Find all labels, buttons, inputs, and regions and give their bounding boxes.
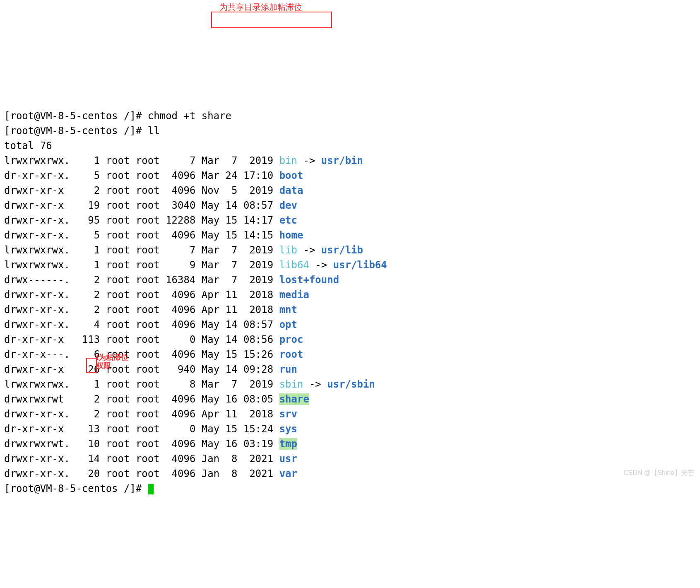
file-name: bin [279, 155, 297, 166]
ls-row: dr-xr-xr-x 113 root root 0 May 14 08:56 … [4, 332, 696, 347]
file-name: etc [279, 214, 297, 226]
symlink-target: usr/lib [321, 244, 363, 256]
file-name: lost+found [279, 274, 339, 286]
file-name: share [279, 393, 309, 405]
ls-row: drwx------. 2 root root 16384 Mar 7 2019… [4, 272, 696, 287]
command-chmod: chmod +t share [148, 110, 231, 122]
watermark: CSDN @【Shine】光芒 [623, 468, 694, 478]
ls-row: lrwxrwxrwx. 1 root root 9 Mar 7 2019 lib… [4, 258, 696, 272]
file-name: data [279, 185, 303, 196]
ls-row: drwxrwxrwt. 10 root root 4096 May 16 03:… [4, 436, 696, 451]
file-name: boot [279, 170, 303, 181]
symlink-target: usr/sbin [327, 378, 375, 390]
annotation-box-cmd [211, 12, 332, 28]
ls-row: drwxr-xr-x. 14 root root 4096 Jan 8 2021… [4, 451, 696, 466]
file-name: tmp [279, 438, 297, 450]
file-name: var [279, 468, 297, 480]
file-name: sbin [279, 378, 303, 390]
ls-row: drwxr-xr-x. 95 root root 12288 May 15 14… [4, 213, 696, 228]
ls-row: lrwxrwxrwx. 1 root root 7 Mar 7 2019 bin… [4, 153, 696, 168]
file-name: mnt [279, 304, 297, 316]
file-name: proc [279, 334, 303, 345]
file-name: lib64 [279, 259, 309, 271]
file-name: media [279, 289, 309, 301]
file-name: run [279, 364, 297, 375]
file-name: root [279, 349, 303, 360]
ls-row: drwxr-xr-x 19 root root 3040 May 14 08:5… [4, 198, 696, 213]
ls-row: drwxr-xr-x. 5 root root 4096 May 15 14:1… [4, 228, 696, 243]
ls-row: drwxr-xr-x. 20 root root 4096 Jan 8 2021… [4, 466, 696, 481]
file-name: home [279, 229, 303, 241]
annotation-top: 为共享目录添加粘滞位 [219, 1, 302, 13]
ls-row: drwxr-xr-x 2 root root 4096 Nov 5 2019 d… [4, 183, 696, 198]
file-name: srv [279, 408, 297, 420]
file-name: usr [279, 453, 297, 465]
ls-row: drwxr-xr-x. 2 root root 4096 Apr 11 2018… [4, 407, 696, 422]
symlink-target: usr/lib64 [333, 259, 387, 271]
file-name: opt [279, 319, 297, 330]
total-line: total 76 [4, 138, 696, 153]
cursor [148, 484, 154, 494]
ls-row: lrwxrwxrwx. 1 root root 8 Mar 7 2019 sbi… [4, 377, 696, 392]
symlink-target: usr/bin [321, 155, 363, 166]
prompt-line[interactable]: [root@VM-8-5-centos /]# [4, 481, 696, 496]
ls-row: dr-xr-xr-x 13 root root 0 May 15 15:24 s… [4, 422, 696, 436]
file-name: sys [279, 423, 297, 435]
file-name: dev [279, 200, 297, 211]
ls-row: lrwxrwxrwx. 1 root root 7 Mar 7 2019 lib… [4, 243, 696, 258]
annotation-sticky-bit: t为粘滞位权限 [96, 354, 129, 370]
terminal-output: [root@VM-8-5-centos /]# chmod +t share[r… [4, 108, 696, 496]
ls-row: drwxr-xr-x. 2 root root 4096 Apr 11 2018… [4, 287, 696, 302]
ls-row: drwxrwxrwt 2 root root 4096 May 16 08:05… [4, 392, 696, 407]
file-name: lib [279, 244, 297, 256]
prompt-line[interactable]: [root@VM-8-5-centos /]# chmod +t share [4, 108, 696, 123]
command-ll: ll [148, 125, 160, 137]
ls-row: drwxr-xr-x. 4 root root 4096 May 14 08:5… [4, 317, 696, 332]
ls-row: dr-xr-xr-x. 5 root root 4096 Mar 24 17:1… [4, 168, 696, 183]
ls-row: drwxr-xr-x. 2 root root 4096 Apr 11 2018… [4, 302, 696, 317]
prompt-line[interactable]: [root@VM-8-5-centos /]# ll [4, 123, 696, 138]
